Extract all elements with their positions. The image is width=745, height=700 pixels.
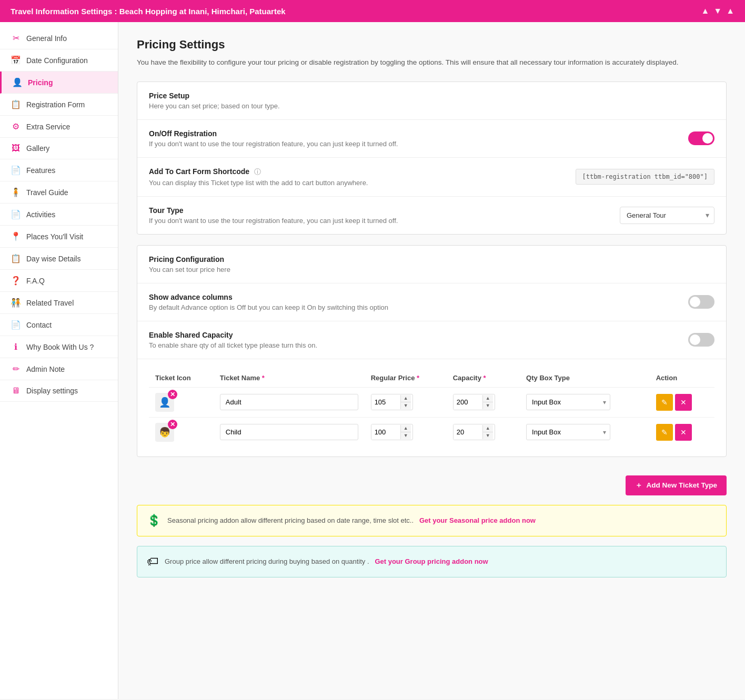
adult-name-input[interactable] (220, 394, 358, 410)
pricing-config-section: Pricing Configuration You can set tour p… (137, 246, 726, 283)
adult-price-down[interactable]: ▼ (401, 402, 411, 409)
page-header-title: Travel Information Settings : Beach Hopp… (11, 7, 286, 16)
pricing-config-title: Pricing Configuration (149, 255, 714, 263)
child-capacity-down[interactable]: ▼ (483, 432, 493, 439)
child-price-input[interactable] (371, 424, 400, 440)
sidebar-label-registration-form: Registration Form (26, 100, 85, 109)
sidebar-item-related-travel[interactable]: 🧑‍🤝‍🧑 Related Travel (0, 292, 118, 314)
child-capacity-up[interactable]: ▲ (483, 425, 493, 432)
child-price-down[interactable]: ▼ (401, 432, 411, 439)
child-price-up[interactable]: ▲ (401, 425, 411, 432)
sidebar-item-contact[interactable]: 📄 Contact (0, 314, 118, 336)
advance-columns-toggle[interactable] (688, 295, 714, 309)
sidebar-item-activities[interactable]: 📄 Activities (0, 204, 118, 226)
sidebar-item-places-youll-visit[interactable]: 📍 Places You'll Visit (0, 226, 118, 248)
col-qty-box-type: Qty Box Type (520, 369, 650, 388)
sidebar-item-display-settings[interactable]: 🖥 Display settings (0, 380, 118, 402)
sidebar-label-contact: Contact (26, 321, 52, 329)
child-edit-button[interactable]: ✎ (656, 424, 673, 441)
adult-capacity-down[interactable]: ▼ (483, 402, 493, 409)
adult-capacity-up[interactable]: ▲ (483, 395, 493, 402)
row-adult-capacity-cell: ▲ ▼ (447, 387, 520, 417)
tour-type-select[interactable]: General Tour Package Tour Custom Tour (620, 207, 714, 224)
adult-price-input[interactable] (371, 394, 400, 410)
sidebar-item-date-configuration[interactable]: 📅 Date Configuration (0, 49, 118, 72)
tag-icon: 🏷 (147, 555, 158, 569)
child-capacity-wrapper: ▲ ▼ (453, 424, 495, 440)
page-title: Pricing Settings (137, 38, 727, 52)
sidebar-item-gallery[interactable]: 🖼 Gallery (0, 138, 118, 159)
child-action-btns: ✎ ✕ (656, 424, 708, 441)
shared-capacity-desc: To enable share qty of all ticket type p… (149, 341, 317, 349)
adult-delete-button[interactable]: ✕ (675, 394, 692, 411)
sidebar-item-pricing[interactable]: 👤 Pricing (0, 72, 118, 94)
extra-service-icon: ⚙ (11, 121, 21, 131)
child-price-spinners: ▲ ▼ (400, 425, 411, 439)
sidebar-item-features[interactable]: 📄 Features (0, 159, 118, 181)
sidebar-item-general-info[interactable]: ✂ General Info (0, 27, 118, 49)
sidebar-label-extra-service: Extra Service (26, 123, 70, 131)
adult-icon[interactable]: 👤 ✕ (155, 393, 174, 412)
adult-capacity-input[interactable] (454, 394, 482, 410)
child-capacity-input[interactable] (454, 424, 482, 440)
col-action: Action (650, 369, 714, 388)
child-qty-select[interactable]: Input Box Dropdown Stepper (526, 424, 610, 440)
top-bar-controls: ▲ ▼ ▲ (701, 6, 734, 16)
adult-capacity-spinners: ▲ ▼ (482, 395, 493, 409)
row-child-icon-cell: 👦 ✕ (149, 417, 214, 447)
on-off-toggle[interactable] (688, 131, 714, 145)
row-child-qty-cell: Input Box Dropdown Stepper ▾ (520, 417, 650, 447)
main-content: Pricing Settings You have the flexibilit… (118, 22, 745, 699)
adult-qty-select[interactable]: Input Box Dropdown Stepper (526, 394, 610, 410)
price-setup-card: Price Setup Here you can set price; base… (137, 82, 727, 235)
row-adult-icon-cell: 👤 ✕ (149, 387, 214, 417)
chevron-down-icon[interactable]: ▼ (713, 6, 722, 16)
travel-guide-icon: 🧍 (11, 187, 21, 197)
sidebar-item-admin-note[interactable]: ✏ Admin Note (0, 358, 118, 380)
seasonal-banner-main-text: Seasonal pricing addon allow different p… (167, 516, 414, 524)
child-icon[interactable]: 👦 ✕ (155, 423, 174, 442)
sidebar-item-day-wise-details[interactable]: 📋 Day wise Details (0, 248, 118, 270)
add-new-ticket-button[interactable]: ＋ Add New Ticket Type (626, 475, 727, 495)
tour-type-select-wrapper: General Tour Package Tour Custom Tour ▾ (620, 207, 714, 224)
sidebar-item-faq[interactable]: ❓ F.A.Q (0, 270, 118, 292)
child-price-wrapper: ▲ ▼ (371, 424, 413, 440)
sidebar-item-travel-guide[interactable]: 🧍 Travel Guide (0, 181, 118, 204)
ticket-table: Ticket Icon Ticket Name * Regular Price … (149, 369, 714, 447)
row-adult-name-cell (214, 387, 365, 417)
shortcode-value[interactable]: [ttbm-registration ttbm_id="800"] (576, 169, 714, 185)
row-adult-price-cell: ▲ ▼ (365, 387, 447, 417)
adult-price-wrapper: ▲ ▼ (371, 394, 413, 410)
shortcode-help-icon: ⓘ (254, 168, 261, 176)
adult-price-up[interactable]: ▲ (401, 395, 411, 402)
group-banner-link[interactable]: Get your Group pricing addon now (375, 557, 488, 565)
sidebar-item-extra-service[interactable]: ⚙ Extra Service (0, 116, 118, 138)
chevron-up-icon[interactable]: ▲ (701, 6, 709, 16)
sidebar-label-places: Places You'll Visit (26, 232, 83, 241)
row-child-action-cell: ✎ ✕ (650, 417, 714, 447)
plus-icon: ＋ (635, 481, 642, 490)
price-setup-desc: Here you can set price; based on tour ty… (149, 102, 714, 110)
group-banner-main-text: Group price allow different pricing duri… (165, 557, 369, 565)
adult-qty-select-wrapper: Input Box Dropdown Stepper ▾ (526, 394, 610, 410)
chevron-up2-icon[interactable]: ▲ (726, 6, 734, 16)
day-wise-icon: 📋 (11, 253, 21, 263)
sidebar-item-registration-form[interactable]: 📋 Registration Form (0, 94, 118, 116)
activities-icon: 📄 (11, 209, 21, 219)
seasonal-banner-text: Seasonal pricing addon allow different p… (167, 516, 536, 524)
adult-remove-badge[interactable]: ✕ (168, 390, 177, 399)
table-row: 👤 ✕ (149, 387, 714, 417)
sidebar-item-why-book-with-us[interactable]: ℹ Why Book With Us ? (0, 336, 118, 358)
child-remove-badge[interactable]: ✕ (168, 420, 177, 429)
shared-capacity-title: Enable Shared Capacity (149, 331, 317, 339)
shared-capacity-toggle[interactable] (688, 333, 714, 347)
tour-type-title: Tour Type (149, 206, 398, 215)
seasonal-pricing-banner: 💲 Seasonal pricing addon allow different… (137, 505, 727, 536)
seasonal-banner-link[interactable]: Get your Seasonal price addon now (419, 516, 536, 524)
adult-edit-button[interactable]: ✎ (656, 394, 673, 411)
dollar-icon: 💲 (147, 514, 161, 527)
shortcode-section: Add To Cart Form Shortcode ⓘ You can dis… (137, 158, 726, 197)
child-delete-button[interactable]: ✕ (675, 424, 692, 441)
group-banner-text: Group price allow different pricing duri… (165, 557, 488, 565)
child-name-input[interactable] (220, 424, 358, 440)
